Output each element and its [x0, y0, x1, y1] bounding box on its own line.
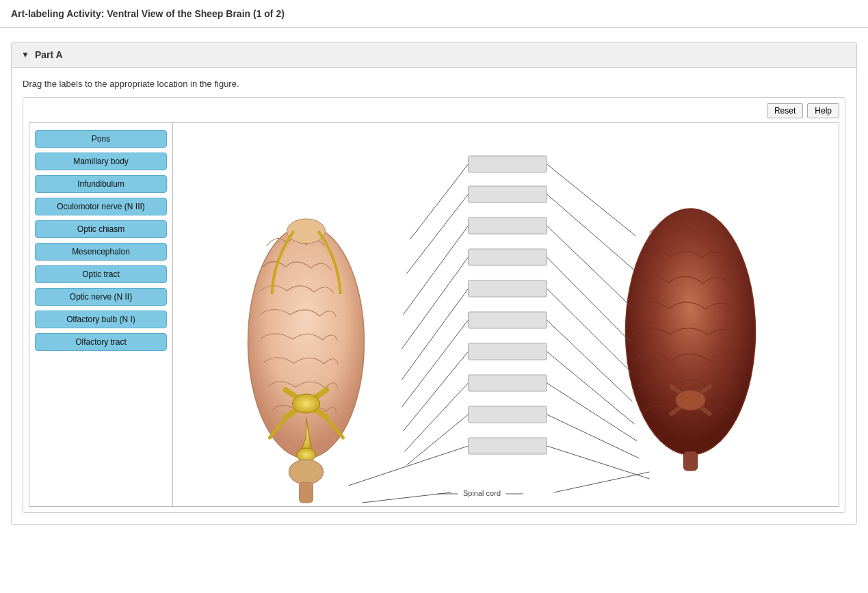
- svg-line-19: [410, 164, 469, 239]
- svg-rect-14: [469, 312, 547, 328]
- svg-rect-18: [469, 438, 547, 454]
- svg-line-21: [407, 194, 469, 274]
- svg-line-35: [407, 414, 469, 465]
- drag-label-optic-tract[interactable]: Optic tract: [35, 265, 167, 283]
- svg-point-7: [676, 390, 706, 410]
- svg-rect-12: [469, 249, 547, 265]
- diagram-main: Spinal cord: [173, 123, 839, 506]
- section-part-a: ▼ Part A Drag the labels to the appropri…: [11, 42, 857, 525]
- drag-label-oculomotor-nerve[interactable]: Oculomotor nerve (N III): [35, 198, 167, 215]
- svg-line-37: [349, 446, 469, 486]
- section-label: Part A: [35, 49, 63, 60]
- drag-label-mamillary-body[interactable]: Mamillary body: [35, 153, 167, 170]
- svg-line-40: [554, 472, 650, 492]
- svg-point-2: [293, 394, 320, 413]
- svg-line-36: [547, 414, 640, 458]
- svg-rect-15: [469, 343, 547, 360]
- page-title: Art-labeling Activity: Ventral View of t…: [0, 0, 868, 28]
- svg-line-31: [404, 352, 469, 431]
- drag-label-pons[interactable]: Pons: [35, 130, 167, 148]
- svg-line-20: [547, 164, 636, 236]
- activity-container: Reset Help Pons Mamillary body Infundibu…: [23, 97, 845, 513]
- svg-point-4: [289, 460, 324, 484]
- svg-line-24: [547, 226, 633, 308]
- diagram-svg: Spinal cord: [173, 123, 839, 506]
- toolbar: Reset Help: [29, 103, 839, 118]
- drag-label-olfactory-bulb[interactable]: Olfactory bulb (N I): [35, 311, 167, 328]
- drag-label-optic-chiasm[interactable]: Optic chiasm: [35, 220, 167, 238]
- instructions-text: Drag the labels to the appropriate locat…: [23, 79, 845, 89]
- svg-line-38: [547, 446, 650, 479]
- svg-rect-16: [469, 375, 547, 391]
- drag-label-optic-nerve[interactable]: Optic nerve (N II): [35, 288, 167, 306]
- labels-panel: Pons Mamillary body Infundibulum Oculomo…: [29, 123, 173, 506]
- drag-label-mesencephalon[interactable]: Mesencephalon: [35, 243, 167, 261]
- svg-rect-11: [469, 218, 547, 234]
- svg-rect-17: [469, 406, 547, 423]
- section-header[interactable]: ▼ Part A: [12, 42, 856, 68]
- svg-rect-13: [469, 280, 547, 297]
- help-button[interactable]: Help: [807, 103, 839, 118]
- svg-rect-9: [469, 156, 547, 172]
- reset-button[interactable]: Reset: [767, 103, 803, 118]
- svg-rect-8: [684, 451, 698, 471]
- diagram-area: Pons Mamillary body Infundibulum Oculomo…: [29, 122, 839, 507]
- drag-label-infundibulum[interactable]: Infundibulum: [35, 175, 167, 193]
- svg-rect-10: [469, 186, 547, 202]
- svg-rect-5: [300, 482, 313, 503]
- brain-scene: Spinal cord: [173, 123, 839, 506]
- spinal-cord-label: Spinal cord: [463, 489, 501, 497]
- svg-line-34: [547, 383, 637, 441]
- drag-label-olfactory-tract[interactable]: Olfactory tract: [35, 333, 167, 351]
- svg-line-27: [402, 289, 469, 380]
- collapse-arrow-icon: ▼: [21, 50, 29, 60]
- section-body: Drag the labels to the appropriate locat…: [12, 68, 856, 524]
- svg-point-6: [626, 209, 756, 455]
- svg-line-22: [547, 194, 635, 270]
